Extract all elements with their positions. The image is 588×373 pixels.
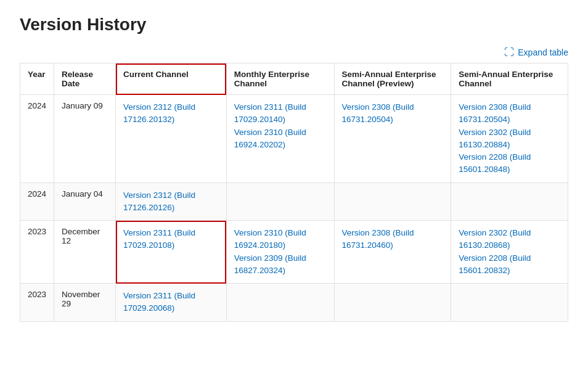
version-link[interactable]: Version 2302 (Build 16130.20868) xyxy=(459,227,560,252)
expand-icon: ⛶ xyxy=(504,47,514,58)
table-row: 2024January 04Version 2312 (Build 17126.… xyxy=(20,182,568,221)
version-link[interactable]: Version 2312 (Build 17126.20132) xyxy=(123,101,219,126)
cell-release-date: December 12 xyxy=(54,221,116,284)
version-link[interactable]: Version 2309 (Build 16827.20324) xyxy=(234,252,327,277)
cell-current-channel: Version 2312 (Build 17126.20126) xyxy=(116,182,227,221)
cell-monthly-enterprise xyxy=(226,284,334,322)
table-row: 2023November 29Version 2311 (Build 17029… xyxy=(20,284,568,322)
cell-monthly-enterprise: Version 2310 (Build 16924.20180)Version … xyxy=(226,221,334,284)
header-monthly-enterprise: Monthly Enterprise Channel xyxy=(226,64,334,95)
cell-semi-annual xyxy=(451,284,568,322)
cell-year: 2023 xyxy=(20,284,54,322)
version-link[interactable]: Version 2311 (Build 17029.20108) xyxy=(123,227,219,252)
expand-row: ⛶ Expand table xyxy=(20,47,568,58)
version-link[interactable]: Version 2208 (Build 15601.20832) xyxy=(459,252,560,277)
cell-year: 2024 xyxy=(20,182,54,221)
cell-semi-annual-preview xyxy=(334,284,451,322)
cell-current-channel: Version 2311 (Build 17029.20068) xyxy=(116,284,227,322)
header-semi-annual-preview: Semi-Annual Enterprise Channel (Preview) xyxy=(334,64,451,95)
version-link[interactable]: Version 2310 (Build 16924.20202) xyxy=(234,126,327,152)
cell-current-channel: Version 2312 (Build 17126.20132) xyxy=(116,95,227,183)
cell-semi-annual-preview: Version 2308 (Build 16731.20504) xyxy=(334,95,451,183)
cell-year: 2024 xyxy=(20,95,54,183)
version-link[interactable]: Version 2308 (Build 16731.20504) xyxy=(459,101,560,126)
cell-release-date: January 04 xyxy=(54,182,116,221)
version-link[interactable]: Version 2311 (Build 17029.20140) xyxy=(234,101,327,126)
version-link[interactable]: Version 2302 (Build 16130.20884) xyxy=(459,126,560,152)
cell-semi-annual-preview xyxy=(334,182,451,221)
cell-current-channel: Version 2311 (Build 17029.20108) xyxy=(116,221,227,284)
header-semi-annual: Semi-Annual Enterprise Channel xyxy=(451,64,568,95)
table-row: 2024January 09Version 2312 (Build 17126.… xyxy=(20,95,568,183)
cell-semi-annual xyxy=(451,182,568,221)
version-link[interactable]: Version 2311 (Build 17029.20068) xyxy=(123,290,219,315)
cell-semi-annual: Version 2308 (Build 16731.20504)Version … xyxy=(451,95,568,183)
version-link[interactable]: Version 2310 (Build 16924.20180) xyxy=(234,227,327,252)
page-title: Version History xyxy=(20,15,568,35)
page-container: Version History ⛶ Expand table Year Rele… xyxy=(0,0,588,337)
cell-monthly-enterprise: Version 2311 (Build 17029.20140)Version … xyxy=(226,95,334,183)
header-year: Year xyxy=(20,64,54,95)
cell-monthly-enterprise xyxy=(226,182,334,221)
version-link[interactable]: Version 2208 (Build 15601.20848) xyxy=(459,151,560,176)
cell-release-date: November 29 xyxy=(54,284,116,322)
expand-table-link[interactable]: Expand table xyxy=(518,47,568,57)
version-history-table: Year Release Date Current Channel Monthl… xyxy=(20,63,568,322)
cell-semi-annual: Version 2302 (Build 16130.20868)Version … xyxy=(451,221,568,284)
table-row: 2023December 12Version 2311 (Build 17029… xyxy=(20,221,568,284)
cell-semi-annual-preview: Version 2308 (Build 16731.20460) xyxy=(334,221,451,284)
version-link[interactable]: Version 2312 (Build 17126.20126) xyxy=(123,189,219,215)
version-link[interactable]: Version 2308 (Build 16731.20460) xyxy=(342,227,444,252)
cell-year: 2023 xyxy=(20,221,54,284)
version-link[interactable]: Version 2308 (Build 16731.20504) xyxy=(342,101,444,126)
cell-release-date: January 09 xyxy=(54,95,116,183)
header-release-date: Release Date xyxy=(54,64,116,95)
header-current-channel: Current Channel xyxy=(116,64,227,95)
